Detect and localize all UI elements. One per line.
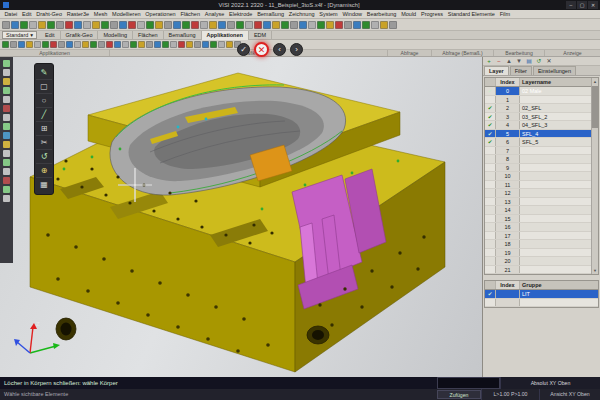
toolbar-icon[interactable] [74,41,81,48]
menu-window[interactable]: Window [340,10,364,19]
menu-standard-elemente[interactable]: Standard Elemente [445,10,497,19]
ribbon-tab-modelling[interactable]: Modelling [98,31,133,40]
toolbar-icon[interactable] [82,41,89,48]
layer-row[interactable]: ✔303_SFL_2 [485,113,591,122]
toolbar-icon[interactable] [200,21,208,29]
ribbon-tab-edm[interactable]: EDM [249,31,272,40]
layer-visible-check-icon[interactable]: ✔ [485,104,496,112]
toolbar-icon[interactable] [3,78,10,85]
edit-tool-icon[interactable]: ✎ [36,66,52,80]
toolbar-icon[interactable] [3,60,10,67]
toolbar-icon[interactable] [98,41,105,48]
next-button[interactable]: › [290,43,303,56]
refresh-icon[interactable]: ↺ [535,57,543,65]
toolbar-icon[interactable] [272,21,280,29]
toolbar-icon[interactable] [10,41,17,48]
toolbar-icon[interactable] [119,21,127,29]
toolbar-icon[interactable] [110,21,118,29]
toolbar-icon[interactable] [182,21,190,29]
menu-datei[interactable]: Datei [2,10,20,19]
ribbon-tab-applikationen[interactable]: Applikationen [202,31,249,40]
layer-visible-empty[interactable] [485,181,496,189]
toolbar-icon[interactable] [90,41,97,48]
layer-visible-empty[interactable] [485,266,496,274]
toolbar-icon[interactable] [317,21,325,29]
layer-row[interactable]: 13 [485,198,591,207]
layer-row[interactable]: 18 [485,240,591,249]
toolbar-icon[interactable] [178,41,185,48]
toolbar-icon[interactable] [106,41,113,48]
layer-visible-empty[interactable] [485,257,496,265]
toolbar-icon[interactable] [92,21,100,29]
layer-row[interactable]: 7 [485,147,591,156]
layer-visible-empty[interactable] [485,215,496,223]
layer-row[interactable]: 11 [485,181,591,190]
toolbar-icon[interactable] [83,21,91,29]
toolbar-icon[interactable] [3,132,10,139]
toolbar-icon[interactable] [162,41,169,48]
add-button[interactable]: Zufügen [437,390,481,399]
layer-row[interactable]: 20 [485,257,591,266]
toolbar-icon[interactable] [11,21,19,29]
menu-elektrode[interactable]: Elektrode [227,10,255,19]
menu-zeichnung[interactable]: Zeichnung [286,10,316,19]
toolbar-icon[interactable] [50,41,57,48]
close-button[interactable]: ✕ [588,1,598,9]
toolbar-icon[interactable] [29,21,37,29]
group-row[interactable]: ✔LIT [485,290,598,299]
menu-raster3e[interactable]: Raster3e [64,10,91,19]
remove-layer-icon[interactable]: − [495,57,503,65]
scrollbar-thumb[interactable] [592,86,598,128]
column-header-gruppe[interactable]: Gruppe [520,281,598,289]
toolbar-icon[interactable] [3,123,10,130]
toolbar-icon[interactable] [26,41,33,48]
layer-row[interactable]: 16 [485,223,591,232]
menu-modellieren[interactable]: Modellieren [110,10,143,19]
layer-row[interactable]: 12 [485,189,591,198]
column-header-layername[interactable]: Layername [520,78,591,86]
toolbar-icon[interactable] [3,96,10,103]
confirm-button[interactable]: ✓ [237,43,250,56]
grid-tool-icon[interactable]: ⊞ [36,122,52,136]
viewport-3d[interactable]: Z [0,57,482,377]
toolbar-icon[interactable] [128,21,136,29]
toolbar-icon[interactable] [344,21,352,29]
layer-visible-check-icon[interactable]: ✔ [485,121,496,129]
toolbar-icon[interactable] [164,21,172,29]
toolbar-icon[interactable] [186,41,193,48]
toolbar-icon[interactable] [155,21,163,29]
toolbar-icon[interactable] [42,41,49,48]
menu-mesh[interactable]: Mesh [91,10,109,19]
layer-row[interactable]: 9 [485,164,591,173]
add-layer-icon[interactable]: + [485,57,493,65]
layer-visible-empty[interactable] [485,240,496,248]
layer-row[interactable]: 14 [485,206,591,215]
layer-row[interactable]: 15 [485,215,591,224]
toolbar-icon[interactable] [281,21,289,29]
toolbar-icon[interactable] [254,21,262,29]
toolbar-icon[interactable] [3,105,10,112]
toolbar-icon[interactable] [371,21,379,29]
toolbar-icon[interactable] [308,21,316,29]
menu-edit[interactable]: Edit [20,10,34,19]
layer-visible-check-icon[interactable]: ✔ [485,290,496,298]
toolbar-icon[interactable] [2,41,9,48]
toolbar-icon[interactable] [3,195,10,202]
layer-row[interactable]: ✔002 Male [485,87,591,96]
ribbon-tab-grafik-geo[interactable]: Grafik-Geo [61,31,99,40]
layer-visible-empty[interactable] [485,172,496,180]
layer-list-icon[interactable]: ▤ [525,57,533,65]
ribbon-tab-fl-chen[interactable]: Flächen [133,31,164,40]
toolbar-icon[interactable] [146,41,153,48]
panel-tab-filter[interactable]: Filter [510,66,532,75]
menu-progress[interactable]: Progress [419,10,446,19]
toolbar-icon[interactable] [130,41,137,48]
toolbar-icon[interactable] [380,21,388,29]
toolbar-icon[interactable] [209,21,217,29]
toolbar-icon[interactable] [58,41,65,48]
toolbar-icon[interactable] [3,150,10,157]
maximize-button[interactable]: ▢ [577,1,587,9]
toolbar-icon[interactable] [335,21,343,29]
layer-visible-check-icon[interactable]: ✔ [485,138,496,146]
column-header-group-index[interactable]: Index [496,281,520,289]
